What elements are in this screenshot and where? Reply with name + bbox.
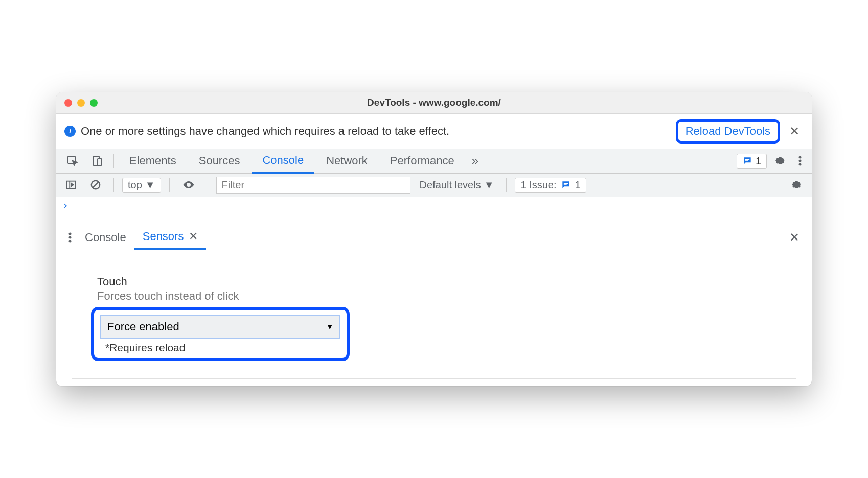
filter-input[interactable] (216, 177, 410, 194)
context-value: top (128, 179, 142, 191)
chat-icon (742, 156, 752, 166)
svg-point-6 (799, 160, 802, 162)
touch-setting-highlight: Force enabled ▼ *Requires reload (91, 307, 350, 361)
titlebar: DevTools - www.google.com/ (56, 92, 812, 114)
issues-count: 1 (575, 179, 581, 191)
traffic-lights (64, 99, 98, 107)
svg-point-17 (69, 240, 72, 242)
tab-console[interactable]: Console (252, 149, 314, 174)
log-levels-selector[interactable]: Default levels ▼ (416, 178, 498, 192)
sensors-panel: Touch Forces touch instead of click Forc… (56, 250, 812, 371)
window-title: DevTools - www.google.com/ (367, 97, 501, 108)
svg-point-16 (69, 236, 72, 238)
divider (113, 178, 114, 192)
context-selector[interactable]: top ▼ (122, 178, 161, 193)
console-prompt: › (62, 199, 68, 211)
kebab-menu-icon[interactable] (793, 152, 807, 170)
drawer-tab-console[interactable]: Console (77, 226, 134, 249)
svg-marker-10 (72, 183, 74, 186)
svg-rect-3 (745, 159, 749, 160)
console-output[interactable]: › (56, 197, 812, 225)
tab-performance[interactable]: Performance (380, 149, 465, 173)
chevron-down-icon: ▼ (484, 179, 494, 191)
console-filterbar: top ▼ Default levels ▼ 1 Issue: 1 (56, 174, 812, 197)
drawer-tab-sensors[interactable]: Sensors ✕ (134, 225, 207, 250)
live-expression-icon[interactable] (178, 178, 199, 192)
main-tabbar: Elements Sources Console Network Perform… (56, 149, 812, 174)
divider (169, 178, 170, 192)
touch-mode-select[interactable]: Force enabled ▼ (100, 315, 340, 339)
divider (72, 378, 796, 379)
inspect-element-icon[interactable] (61, 152, 84, 170)
console-settings-icon[interactable] (786, 177, 807, 193)
infobar-message: One or more settings have changed which … (81, 125, 671, 138)
device-toggle-icon[interactable] (86, 152, 108, 170)
reload-infobar: i One or more settings have changed whic… (56, 114, 812, 149)
drawer-menu-icon[interactable] (63, 228, 77, 247)
tab-elements[interactable]: Elements (119, 149, 187, 173)
touch-mode-value: Force enabled (107, 320, 179, 333)
more-tabs-icon[interactable]: » (467, 151, 484, 171)
chevron-down-icon: ▼ (326, 323, 333, 331)
svg-point-15 (69, 232, 72, 235)
issues-badge[interactable]: 1 (737, 154, 767, 169)
info-icon: i (64, 126, 76, 137)
svg-rect-14 (563, 184, 566, 185)
svg-point-5 (799, 156, 802, 159)
devtools-window: DevTools - www.google.com/ i One or more… (56, 92, 812, 386)
settings-icon[interactable] (769, 152, 791, 170)
chevron-down-icon: ▼ (145, 179, 155, 191)
issues-summary[interactable]: 1 Issue: 1 (515, 178, 586, 193)
clear-console-icon[interactable] (86, 177, 105, 193)
svg-point-7 (799, 163, 802, 166)
window-close-button[interactable] (64, 99, 72, 107)
svg-rect-13 (563, 183, 567, 184)
close-icon[interactable]: ✕ (189, 230, 198, 243)
window-minimize-button[interactable] (77, 99, 85, 107)
svg-rect-4 (745, 160, 748, 161)
touch-setting-subtitle: Forces touch instead of click (97, 290, 796, 303)
svg-rect-2 (98, 159, 102, 165)
issues-count: 1 (756, 155, 761, 167)
levels-value: Default levels (420, 179, 481, 191)
window-maximize-button[interactable] (90, 99, 98, 107)
drawer-close-icon[interactable]: ✕ (784, 227, 805, 248)
issues-label: 1 Issue: (520, 179, 556, 191)
reload-devtools-button[interactable]: Reload DevTools (676, 119, 780, 144)
drawer-tabbar: Console Sensors ✕ ✕ (56, 225, 812, 250)
infobar-close-icon[interactable]: ✕ (785, 124, 804, 138)
console-sidebar-toggle-icon[interactable] (61, 177, 81, 193)
requires-reload-note: *Requires reload (105, 342, 340, 354)
divider (506, 178, 507, 192)
svg-line-12 (93, 182, 99, 188)
chat-icon (561, 180, 571, 190)
touch-setting-title: Touch (97, 275, 796, 289)
divider (113, 154, 114, 168)
divider (208, 178, 208, 192)
tab-network[interactable]: Network (316, 149, 378, 173)
tab-sources[interactable]: Sources (189, 149, 250, 173)
